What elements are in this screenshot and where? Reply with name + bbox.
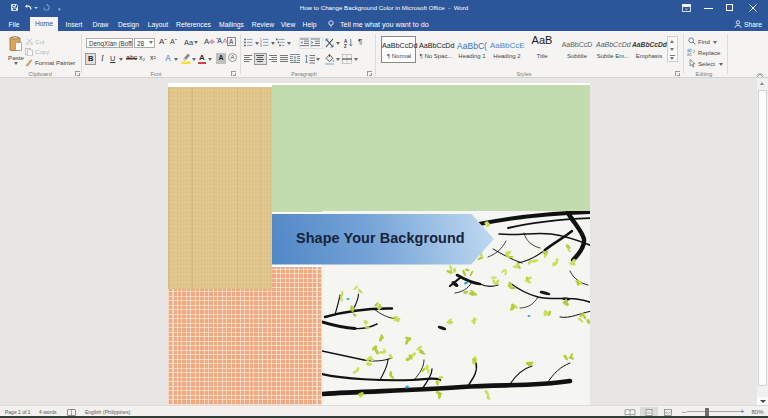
svg-text:Z: Z (344, 44, 347, 48)
svg-text:3: 3 (260, 44, 262, 47)
svg-text:A: A (344, 38, 348, 43)
svg-text:ac: ac (687, 52, 693, 56)
